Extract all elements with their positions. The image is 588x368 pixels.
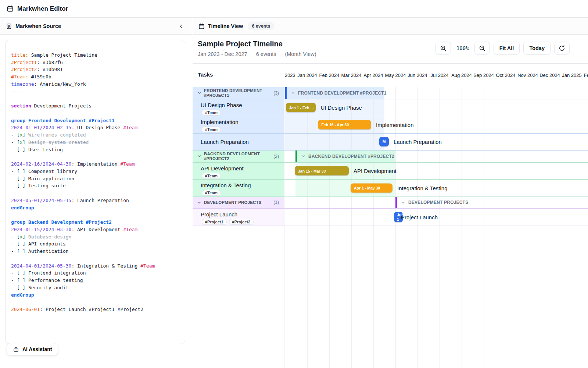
task-row[interactable]: Launch Preparation xyxy=(193,134,284,151)
month-label: Feb 2025 xyxy=(584,72,588,78)
event-label: Launch Preparation xyxy=(394,139,442,145)
chevron-down-icon xyxy=(197,201,201,205)
month-label: Jan 2025 xyxy=(562,72,582,78)
bar-date-label: Feb 16 - Apr 30 xyxy=(321,123,349,127)
timeline-view-mode: (Month View) xyxy=(285,51,316,57)
month-label: Apr 2024 xyxy=(364,72,383,78)
code-line: --- xyxy=(11,44,179,52)
code-line xyxy=(11,211,179,219)
chevron-down-icon xyxy=(401,201,405,205)
timeline-view-title: Timeline View xyxy=(208,23,243,29)
code-line: - [ ] Component library xyxy=(11,168,179,175)
task-tags: #Team xyxy=(202,190,284,196)
code-line: #Project2: #10b981 xyxy=(11,66,179,73)
event-lane: Jun 1Project Launch xyxy=(284,209,588,226)
timeline-bar[interactable]: Jan 15 - Mar 30 xyxy=(295,166,349,176)
code-line: - [ ] Frontend integration xyxy=(11,269,179,277)
timeline-marker[interactable]: M xyxy=(379,137,389,146)
today-button[interactable]: Today xyxy=(523,42,551,55)
group-row-header[interactable]: BACKEND DEVELOPMENT #PROJECT2(2) xyxy=(193,151,284,163)
chevron-down-icon xyxy=(291,91,295,95)
code-line: #Team: #f59e0b xyxy=(11,73,179,81)
code-line xyxy=(11,153,179,160)
event-label: UI Design Phase xyxy=(320,105,362,111)
calendar-icon xyxy=(7,5,14,12)
zoom-level: 100% xyxy=(455,45,471,51)
event-lane: Jan 1 - Feb …UI Design Phase xyxy=(284,99,588,117)
group-label: BACKEND DEVELOPMENT #PROJECT2 xyxy=(204,152,268,161)
event-lane: Apr 1 - May 30Integration & Testing xyxy=(284,180,588,197)
task-tags: #Team xyxy=(202,110,284,116)
month-label: Mar 2024 xyxy=(341,72,362,78)
group-count: (2) xyxy=(273,154,284,159)
bar-date-label: Jan 1 - Feb … xyxy=(289,105,314,110)
timeline-canvas[interactable]: Dec 2023Jan 2024Feb 2024Mar 2024Apr 2024… xyxy=(284,64,588,368)
zoom-in-button[interactable] xyxy=(435,42,451,55)
timeline-bar[interactable]: Apr 1 - May 30 xyxy=(351,183,392,192)
ai-assistant-button[interactable]: AI Assistant xyxy=(7,343,58,355)
task-row[interactable]: Implementation#Team xyxy=(193,116,284,134)
group-lane-label[interactable]: DEVELOPMENT PROJECTS xyxy=(401,200,468,205)
bar-date-label: Jan 15 - Mar 30 xyxy=(298,169,326,173)
code-line xyxy=(11,190,179,197)
timeline-body: Tasks FRONTEND DEVELOPMENT #PROJECT1(3)U… xyxy=(193,64,588,368)
task-row[interactable]: UI Design Phase#Team xyxy=(193,99,284,117)
reset-button[interactable] xyxy=(554,42,570,55)
task-tags: #Project1#Project2 xyxy=(202,219,284,225)
group-row-header[interactable]: FRONTEND DEVELOPMENT #PROJECT1(3) xyxy=(193,87,284,99)
task-row[interactable]: Integration & Testing#Team xyxy=(193,180,284,197)
task-row[interactable]: API Development#Team xyxy=(193,163,284,180)
code-line: 2024-01-15/2024-03-30: API Development #… xyxy=(11,226,179,233)
group-accent-bar xyxy=(395,197,397,209)
group-count: (1) xyxy=(273,200,284,205)
bar-date-label: Apr 1 - May 30 xyxy=(354,186,380,190)
code-line xyxy=(11,95,179,102)
group-lane: DEVELOPMENT PROJECTS xyxy=(284,197,588,209)
code-line: - [x] Database design xyxy=(11,233,179,241)
month-label: May 2024 xyxy=(385,72,406,78)
group-count: (3) xyxy=(273,91,284,96)
task-row[interactable]: Project Launch#Project1#Project2 xyxy=(193,209,284,226)
month-label: Jan 2024 xyxy=(297,72,317,78)
zoom-out-button[interactable] xyxy=(474,42,490,55)
group-range-band xyxy=(285,134,384,151)
ai-assistant-label: AI Assistant xyxy=(22,346,52,352)
tag-pill: #Project1 xyxy=(202,219,227,225)
group-lane-label[interactable]: FRONTEND DEVELOPMENT #PROJECT1 xyxy=(291,91,387,96)
timeline-panel: Timeline View 6 events Sample Project Ti… xyxy=(193,18,588,368)
timeline-bar[interactable]: Feb 16 - Apr 30 xyxy=(318,120,371,129)
robot-icon xyxy=(13,346,19,353)
code-line: group Backend Development #Project2 xyxy=(11,219,179,226)
source-editor[interactable]: ---title: Sample Project Timeline#Projec… xyxy=(5,40,185,344)
code-line xyxy=(11,110,179,117)
month-label: Dec 2024 xyxy=(539,72,560,78)
code-line: - [x] Wireframes completed xyxy=(11,131,179,139)
group-accent-bar xyxy=(285,87,287,99)
code-line: 2024-05-01/2024-05-15: Launch Preparatio… xyxy=(11,197,179,204)
source-code[interactable]: ---title: Sample Project Timeline#Projec… xyxy=(6,40,185,317)
source-panel: Markwhen Source ---title: Sample Project… xyxy=(0,18,192,368)
fit-all-button[interactable]: Fit All xyxy=(494,42,520,55)
month-label: Feb 2024 xyxy=(319,72,340,78)
group-lane: FRONTEND DEVELOPMENT #PROJECT1 xyxy=(284,87,588,99)
code-line: 2024-06-01: Project Launch #Project1 #Pr… xyxy=(11,306,179,313)
code-line: - [ ] Main application xyxy=(11,175,179,183)
calendar-icon xyxy=(198,23,205,29)
tag-pill: #Project2 xyxy=(229,219,254,225)
group-row-header[interactable]: DEVELOPMENT PROJECTS(1) xyxy=(193,197,284,209)
event-label: Implementation xyxy=(376,121,414,128)
group-lane-label[interactable]: BACKEND DEVELOPMENT #PROJECT2 xyxy=(301,154,394,159)
event-label: Project Launch xyxy=(401,214,438,220)
code-line: #Project1: #3b82f6 xyxy=(11,59,179,66)
chevron-down-icon xyxy=(197,91,201,95)
code-line: section Development Projects xyxy=(11,102,179,110)
month-label: Aug 2024 xyxy=(451,72,472,78)
timeline-bar[interactable]: Jan 1 - Feb … xyxy=(286,103,316,112)
code-line: group Frontend Development #Project1 xyxy=(11,117,179,124)
task-tags: #Team xyxy=(202,127,284,132)
code-line: - [ ] Security audit xyxy=(11,284,179,291)
collapse-panel-button[interactable] xyxy=(176,21,186,31)
event-label: API Development xyxy=(354,168,397,174)
tag-pill: #Team xyxy=(202,110,221,116)
month-label: Sep 2024 xyxy=(473,72,494,78)
